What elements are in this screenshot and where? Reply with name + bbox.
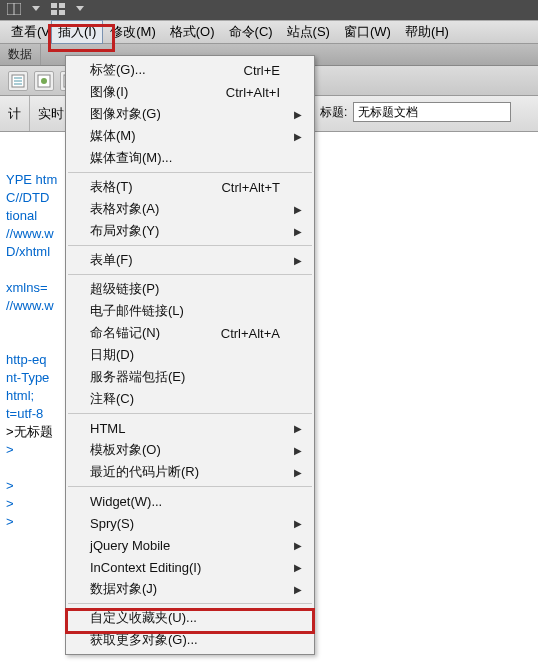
submenu-arrow-icon: ▶ <box>294 131 302 142</box>
title-input[interactable] <box>353 102 511 122</box>
dropdown-arrow-icon[interactable] <box>72 2 88 16</box>
menu-item-label: 日期(D) <box>90 346 134 364</box>
svg-rect-3 <box>51 3 57 8</box>
menu-item-data-objects[interactable]: 数据对象(J)▶ <box>68 578 312 600</box>
menu-item-get-more-objects[interactable]: 获取更多对象(G)... <box>68 629 312 651</box>
menu-format[interactable]: 格式(O) <box>163 20 222 44</box>
menu-item-customize-favorites[interactable]: 自定义收藏夹(U)... <box>68 607 312 629</box>
menu-item-label: 表格(T) <box>90 178 133 196</box>
menu-item-template-objects[interactable]: 模板对象(O)▶ <box>68 439 312 461</box>
menu-shortcut: Ctrl+E <box>244 63 280 78</box>
code-line: http-eq <box>6 352 46 367</box>
menu-item-label: HTML <box>90 421 125 436</box>
menu-window[interactable]: 窗口(W) <box>337 20 398 44</box>
code-line: > <box>6 514 14 529</box>
menubar: 查看(V 插入(I) 修改(M) 格式(O) 命令(C) 站点(S) 窗口(W)… <box>0 20 538 44</box>
menu-item-media-query[interactable]: 媒体查询(M)... <box>68 147 312 169</box>
submenu-arrow-icon: ▶ <box>294 540 302 551</box>
menu-item-label: 图像(I) <box>90 83 128 101</box>
menu-item-form[interactable]: 表单(F)▶ <box>68 249 312 271</box>
code-line: html; <box>6 388 34 403</box>
app-header-bar <box>0 0 538 20</box>
menu-item-spry[interactable]: Spry(S)▶ <box>68 512 312 534</box>
menu-commands[interactable]: 命令(C) <box>222 20 280 44</box>
menu-item-table-objects[interactable]: 表格对象(A)▶ <box>68 198 312 220</box>
menu-item-label: 模板对象(O) <box>90 441 161 459</box>
insert-menu-dropdown: 标签(G)...Ctrl+E 图像(I)Ctrl+Alt+I 图像对象(G)▶ … <box>65 55 315 655</box>
menu-item-email-link[interactable]: 电子邮件链接(L) <box>68 300 312 322</box>
tool-icon-2[interactable] <box>34 71 54 91</box>
svg-rect-5 <box>51 10 57 15</box>
menu-item-label: Widget(W)... <box>90 494 162 509</box>
submenu-arrow-icon: ▶ <box>294 518 302 529</box>
code-line: > <box>6 478 14 493</box>
submenu-arrow-icon: ▶ <box>294 562 302 573</box>
menu-item-label: 图像对象(G) <box>90 105 161 123</box>
code-line: nt-Type <box>6 370 49 385</box>
menu-item-label: 自定义收藏夹(U)... <box>90 609 197 627</box>
menu-item-incontext-editing[interactable]: InContext Editing(I)▶ <box>68 556 312 578</box>
menu-item-label: jQuery Mobile <box>90 538 170 553</box>
menu-item-label: 标签(G)... <box>90 61 146 79</box>
menu-item-label: 表格对象(A) <box>90 200 159 218</box>
menu-insert[interactable]: 插入(I) <box>51 20 103 44</box>
code-line: >无标题 <box>6 424 53 439</box>
code-line: tional <box>6 208 37 223</box>
tab-data[interactable]: 数据 <box>0 44 41 65</box>
code-line: > <box>6 496 14 511</box>
svg-marker-2 <box>32 6 40 11</box>
menu-item-label: 最近的代码片断(R) <box>90 463 199 481</box>
view-tab-design[interactable]: 计 <box>0 96 30 131</box>
menu-item-named-anchor[interactable]: 命名锚记(N)Ctrl+Alt+A <box>68 322 312 344</box>
menu-item-media[interactable]: 媒体(M)▶ <box>68 125 312 147</box>
menu-item-widget[interactable]: Widget(W)... <box>68 490 312 512</box>
menu-item-date[interactable]: 日期(D) <box>68 344 312 366</box>
menu-item-label: 布局对象(Y) <box>90 222 159 240</box>
svg-rect-6 <box>59 10 65 15</box>
menu-item-hyperlink[interactable]: 超级链接(P) <box>68 278 312 300</box>
code-line: //www.w <box>6 298 54 313</box>
svg-marker-7 <box>76 6 84 11</box>
menu-shortcut: Ctrl+Alt+I <box>226 85 280 100</box>
menu-item-recent-snippets[interactable]: 最近的代码片断(R)▶ <box>68 461 312 483</box>
menu-site[interactable]: 站点(S) <box>280 20 337 44</box>
menu-item-label: 媒体(M) <box>90 127 136 145</box>
submenu-arrow-icon: ▶ <box>294 226 302 237</box>
submenu-arrow-icon: ▶ <box>294 255 302 266</box>
grid-icon[interactable] <box>50 2 66 16</box>
svg-rect-4 <box>59 3 65 8</box>
layout-icon[interactable] <box>6 2 22 16</box>
menu-help[interactable]: 帮助(H) <box>398 20 456 44</box>
tool-icon-1[interactable] <box>8 71 28 91</box>
menu-item-label: 命名锚记(N) <box>90 324 160 342</box>
menu-item-ssi[interactable]: 服务器端包括(E) <box>68 366 312 388</box>
menu-item-tag[interactable]: 标签(G)...Ctrl+E <box>68 59 312 81</box>
dropdown-arrow-icon[interactable] <box>28 2 44 16</box>
code-line: C//DTD <box>6 190 49 205</box>
menu-modify[interactable]: 修改(M) <box>103 20 163 44</box>
menu-item-jquery-mobile[interactable]: jQuery Mobile▶ <box>68 534 312 556</box>
code-line: D/xhtml <box>6 244 50 259</box>
submenu-arrow-icon: ▶ <box>294 204 302 215</box>
submenu-arrow-icon: ▶ <box>294 423 302 434</box>
menu-item-image[interactable]: 图像(I)Ctrl+Alt+I <box>68 81 312 103</box>
menu-item-layout-objects[interactable]: 布局对象(Y)▶ <box>68 220 312 242</box>
code-line: t=utf-8 <box>6 406 43 421</box>
menu-shortcut: Ctrl+Alt+T <box>221 180 280 195</box>
menu-item-html[interactable]: HTML▶ <box>68 417 312 439</box>
menu-view[interactable]: 查看(V <box>4 20 51 44</box>
menu-item-label: 电子邮件链接(L) <box>90 302 184 320</box>
menu-item-label: 数据对象(J) <box>90 580 157 598</box>
menu-item-table[interactable]: 表格(T)Ctrl+Alt+T <box>68 176 312 198</box>
menu-item-label: 超级链接(P) <box>90 280 159 298</box>
code-line: xmlns= <box>6 280 48 295</box>
menu-shortcut: Ctrl+Alt+A <box>221 326 280 341</box>
menu-item-comment[interactable]: 注释(C) <box>68 388 312 410</box>
code-line: > <box>6 442 14 457</box>
code-line: YPE htm <box>6 172 57 187</box>
code-line: //www.w <box>6 226 54 241</box>
menu-item-label: InContext Editing(I) <box>90 560 201 575</box>
menu-item-image-objects[interactable]: 图像对象(G)▶ <box>68 103 312 125</box>
svg-point-13 <box>41 78 47 84</box>
menu-item-label: 获取更多对象(G)... <box>90 631 198 649</box>
